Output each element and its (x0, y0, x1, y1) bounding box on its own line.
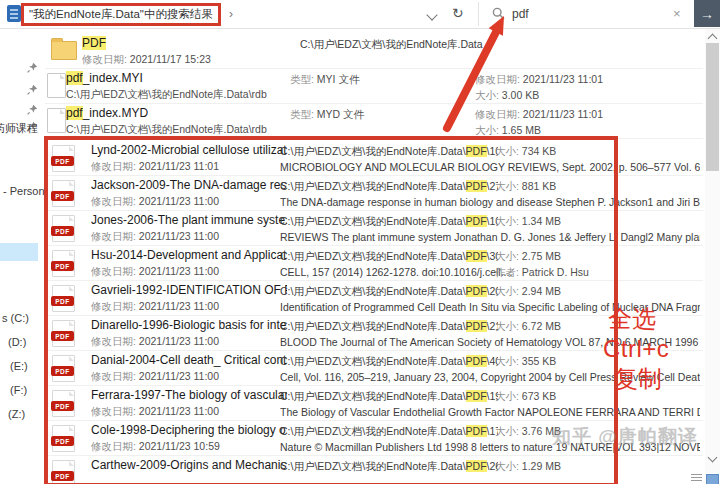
file-meta-label: 大小: (475, 124, 502, 136)
file-row[interactable]: PDFDinarello-1996-Biologic basis for int… (45, 315, 703, 351)
sidebar-item[interactable]: (D:) (8, 336, 26, 348)
file-name: Cole-1998-Deciphering the biology o... (91, 423, 287, 437)
thumbnail-view-icon[interactable] (706, 474, 719, 484)
file-name: Dinarello-1996-Biologic basis for inte..… (91, 318, 287, 332)
file-row[interactable]: PDFDanial-2004-Cell death_ Critical cont… (45, 350, 703, 386)
file-meta: 大小: 6.72 MB (495, 320, 561, 334)
pdf-badge: PDF (51, 226, 74, 236)
scroll-down-icon[interactable] (708, 453, 718, 463)
file-type-value: MYD 文件 (317, 108, 364, 120)
file-sub-label: 修改日期: (91, 405, 139, 417)
file-meta-label: 大小: (475, 89, 502, 101)
file-meta-value: 1.29 MB (522, 460, 561, 472)
file-meta: 大小: 1.34 MB (495, 215, 561, 229)
pdf-icon: PDF (52, 145, 75, 172)
file-name: pdf_index.MYD (66, 106, 267, 120)
file-meta-label: 修改日期: (475, 73, 523, 85)
pdf-icon: PDF (52, 250, 75, 277)
file-meta: 修改日期: 2021/11/23 11:01 (475, 108, 603, 122)
pdf-icon: PDF (52, 320, 75, 347)
file-meta: 大小: 3.76 MB (495, 425, 561, 439)
file-meta-label: 大小: (495, 215, 522, 227)
refresh-icon[interactable]: ↻ (452, 5, 464, 21)
search-go-button[interactable]: → (694, 0, 720, 27)
file-meta-value: 3.00 KB (502, 89, 539, 101)
file-meta-label: 大小: (495, 285, 522, 297)
search-results-list: PDF修改日期: 2021/11/17 15:23C:\用户\EDZ\文档\我的… (0, 29, 705, 484)
pdf-icon: PDF (52, 460, 75, 484)
file-meta: 大小: 2.75 MB (495, 250, 589, 264)
file-meta-value: 3.76 MB (522, 425, 561, 437)
file-sub: C:\用户\EDZ\文档\我的EndNote库.Data\rdb (66, 123, 267, 137)
clear-search-icon[interactable]: × (673, 6, 681, 21)
sidebar-item[interactable]: (F:) (10, 384, 27, 396)
file-detail: The DNA-damage response in human biology… (280, 196, 700, 208)
file-path: C:\用户\EDZ\文档\我的EndNote库.Data\PDF\26... (280, 460, 498, 474)
file-row[interactable]: PDFHsu-2014-Development and Applicat...修… (45, 245, 703, 281)
file-type-label: 类型: (290, 73, 317, 85)
file-row[interactable]: PDFJackson-2009-The DNA-damage resp...修改… (45, 175, 703, 211)
file-row[interactable]: PDFLynd-2002-Microbial cellulose utiliza… (45, 140, 703, 176)
pdf-icon: PDF (52, 180, 75, 207)
file-detail: Cell, Vol. 116, 205–219, January 23, 200… (280, 371, 700, 383)
file-meta-value: 1.65 MB (502, 124, 541, 136)
pdf-badge: PDF (51, 261, 74, 271)
file-row[interactable]: pdf_index.MYDC:\用户\EDZ\文档\我的EndNote库.Dat… (45, 103, 703, 139)
file-name: Jones-2006-The plant immune syste... (91, 213, 287, 227)
file-sub-label: 修改日期: (91, 335, 139, 347)
toolbar: "我的EndNote库.Data"中的搜索结果 › ↻ × → (0, 0, 720, 29)
file-meta-label: 大小: (495, 460, 522, 472)
file-path: C:\用户\EDZ\文档\我的EndNote库.Data\PDF\20... (280, 285, 498, 299)
sidebar-item[interactable]: (Z:) (8, 408, 25, 420)
chevron-down-icon[interactable] (426, 9, 437, 20)
file-sub-value: 2021/11/23 11:00 (139, 265, 219, 277)
address-bar-title[interactable]: "我的EndNote库.Data"中的搜索结果 (21, 3, 221, 26)
file-meta-label: 大小: (495, 390, 522, 402)
file-detail: Nature © Macmillan Publishers Ltd 1998 8… (280, 441, 700, 453)
pdf-badge: PDF (51, 401, 74, 411)
file-detail: Identification of Programmed Cell Death … (280, 301, 700, 313)
file-path: C:\用户\EDZ\文档\我的EndNote库.Data\PDF\10... (280, 215, 498, 229)
pdf-badge: PDF (51, 331, 74, 341)
file-sub: 修改日期: 2021/11/23 11:00 (91, 335, 287, 349)
file-sub: C:\用户\EDZ\文档\我的EndNote库.Data\rdb (66, 88, 267, 102)
file-row[interactable]: PDFJones-2006-The plant immune syste...修… (45, 210, 703, 246)
file-path: C:\用户\EDZ\文档\我的EndNote库.Data\PDF\30... (280, 250, 498, 264)
sidebar-item[interactable]: (E:) (10, 360, 28, 372)
breadcrumb[interactable]: "我的EndNote库.Data"中的搜索结果 › (21, 0, 233, 28)
search-input[interactable] (510, 4, 644, 24)
search-highlight: PDF (466, 285, 487, 297)
file-meta-label: 大小: (495, 425, 522, 437)
sidebar-item[interactable]: 药师课程 (0, 121, 38, 136)
pdf-badge: PDF (51, 296, 74, 306)
sidebar-selected-item[interactable] (0, 243, 38, 261)
file-row[interactable]: PDFCole-1998-Deciphering the biology o..… (45, 420, 703, 456)
file-row[interactable]: pdf_index.MYIC:\用户\EDZ\文档\我的EndNote库.Dat… (45, 68, 703, 104)
folder-row[interactable]: PDF修改日期: 2021/11/17 15:23C:\用户\EDZ\文档\我的… (45, 33, 703, 69)
file-sub-value: 2021/11/17 15:23 (130, 53, 211, 65)
scroll-up-icon[interactable] (708, 34, 718, 44)
file-meta: 大小: 2.94 MB (495, 285, 561, 299)
file-row[interactable]: PDFCarthew-2009-Origins and Mechanis...C… (45, 455, 703, 484)
pdf-badge: PDF (51, 191, 74, 201)
navigation-pane: 药师课程- Personas (C:)(D:)(E:)(F:)(Z:) (0, 29, 45, 484)
file-sub-label: 修改日期: (91, 370, 139, 382)
file-sub: 修改日期: 2021/11/23 11:01 (91, 160, 287, 174)
file-meta: 大小: 673 KB (495, 390, 556, 404)
file-row[interactable]: PDFGavrieli-1992-IDENTIFICATION OF PR...… (45, 280, 703, 316)
search-highlight: PDF (466, 355, 487, 367)
pdf-icon: PDF (52, 425, 75, 452)
file-sub-label: 修改日期: (91, 300, 139, 312)
sidebar-item[interactable]: s (C:) (2, 312, 29, 324)
file-meta-value: 2.94 MB (522, 285, 561, 297)
file-meta: 大小: 734 KB (495, 145, 556, 159)
file-name: Carthew-2009-Origins and Mechanis... (91, 458, 287, 472)
file-sub: 修改日期: 2021/11/23 11:00 (91, 300, 287, 314)
sidebar-item[interactable]: - Persona (3, 185, 45, 197)
file-row[interactable]: PDFFerrara-1997-The biology of vascular … (45, 385, 703, 421)
scrollbar-thumb[interactable] (706, 43, 719, 171)
details-view-icon[interactable] (691, 474, 702, 483)
vertical-scrollbar[interactable] (705, 29, 720, 473)
search-highlight: PDF (466, 180, 487, 192)
search-box[interactable]: × → (479, 0, 720, 28)
